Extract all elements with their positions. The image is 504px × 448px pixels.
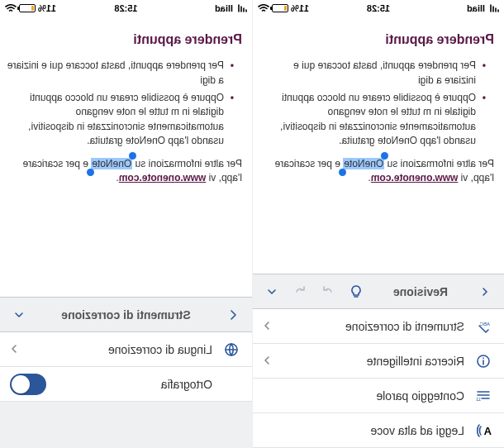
text-selection[interactable]: OneNote <box>343 158 384 169</box>
spelling-toggle[interactable] <box>10 374 46 395</box>
ribbon-list: ABC Strumenti di correzione Ricerca inte… <box>253 309 504 448</box>
doc-paragraph: Per altre informazioni su OneNote e per … <box>259 157 494 186</box>
status-bar: Iliad 15:28 11% <box>253 0 504 17</box>
lightbulb-icon[interactable] <box>342 274 370 309</box>
svg-text:A: A <box>483 425 492 437</box>
doc-bullet: Oppure è possibile creare un blocco appu… <box>259 91 486 149</box>
chevron-right-icon <box>10 343 18 356</box>
wifi-icon <box>5 4 17 12</box>
row-label: Conteggio parole <box>263 389 464 403</box>
battery-icon <box>19 4 36 12</box>
chevron-right-icon <box>263 355 271 368</box>
wifi-icon <box>258 4 269 12</box>
row-label: Leggi ad alta voce <box>263 424 464 437</box>
battery-icon <box>272 4 288 12</box>
svg-text:ABC: ABC <box>479 322 490 326</box>
abc-check-icon: ABC <box>473 319 494 334</box>
text-selection[interactable]: OneNote <box>91 158 132 169</box>
expand-icon[interactable] <box>471 274 499 309</box>
carrier-label: Iliad <box>215 3 233 13</box>
svg-text:123: 123 <box>476 397 481 402</box>
battery-percent: 11% <box>38 3 56 13</box>
signal-icon <box>487 4 499 12</box>
globe-icon <box>221 342 242 357</box>
undo-icon[interactable] <box>286 274 314 309</box>
word-count-icon: 123 <box>473 388 494 403</box>
row-smart-lookup[interactable]: Ricerca intelligente <box>253 344 504 379</box>
ribbon-panel: Revisione ABC Strumenti di correzione Ri… <box>253 274 504 448</box>
doc-bullet: Per prendere appunti, basta toccare qui … <box>7 59 234 88</box>
row-word-count[interactable]: 123 Conteggio parole <box>253 379 504 413</box>
doc-paragraph: Per altre informazioni su OneNote e per … <box>7 157 242 186</box>
read-aloud-icon: A <box>473 423 494 438</box>
doc-heading: Prendere appunti <box>259 30 494 49</box>
ribbon-toolbar: Strumenti di correzione <box>0 298 252 332</box>
onenote-link[interactable]: www.onenote.com <box>371 172 459 183</box>
document-area[interactable]: Prendere appunti Per prendere appunti, b… <box>0 17 252 297</box>
battery-percent: 11% <box>291 3 309 13</box>
chevron-down-icon[interactable] <box>5 298 33 332</box>
ribbon-title: Strumenti di correzione <box>33 308 219 322</box>
phone-left: Iliad 15:28 11% Prendere appunti Per pre… <box>0 0 252 448</box>
row-read-aloud[interactable]: A Leggi ad alta voce <box>253 413 504 448</box>
doc-bullet: Oppure è possibile creare un blocco appu… <box>7 91 234 149</box>
row-label: Ricerca intelligente <box>271 355 464 368</box>
ribbon-toolbar: Revisione <box>253 274 504 309</box>
doc-bullet: Per prendere appunti, basta toccare qui … <box>259 59 486 88</box>
phone-right: Iliad 15:28 11% Prendere appunti Per pre… <box>252 0 504 448</box>
info-icon <box>473 354 494 369</box>
status-bar: Iliad 15:28 11% <box>0 0 252 17</box>
signal-icon <box>235 4 247 12</box>
row-label: Strumenti di correzione <box>271 320 464 333</box>
row-label: Lingua di correzione <box>18 343 212 356</box>
blank-row <box>0 425 252 448</box>
row-label: Ortografia <box>46 378 242 391</box>
redo-icon[interactable] <box>314 274 342 309</box>
doc-heading: Prendere appunti <box>7 30 242 49</box>
ribbon-panel: Strumenti di correzione Lingua di correz… <box>0 297 252 448</box>
back-icon[interactable] <box>219 298 247 332</box>
onenote-link[interactable]: www.onenote.com <box>119 172 207 183</box>
carrier-label: Iliad <box>467 3 485 13</box>
chevron-right-icon <box>263 320 271 333</box>
clock: 15:28 <box>367 3 390 13</box>
ribbon-tab-label[interactable]: Revisione <box>370 285 471 298</box>
blank-row <box>0 402 252 425</box>
ribbon-list: Lingua di correzione Ortografia <box>0 332 252 448</box>
row-proofing-language[interactable]: Lingua di correzione <box>0 332 252 367</box>
chevron-down-icon[interactable] <box>258 274 286 309</box>
row-proofing-tools[interactable]: ABC Strumenti di correzione <box>253 309 504 344</box>
row-spelling[interactable]: Ortografia <box>0 367 252 402</box>
clock: 15:28 <box>114 3 137 13</box>
document-area[interactable]: Prendere appunti Per prendere appunti, b… <box>253 17 504 274</box>
